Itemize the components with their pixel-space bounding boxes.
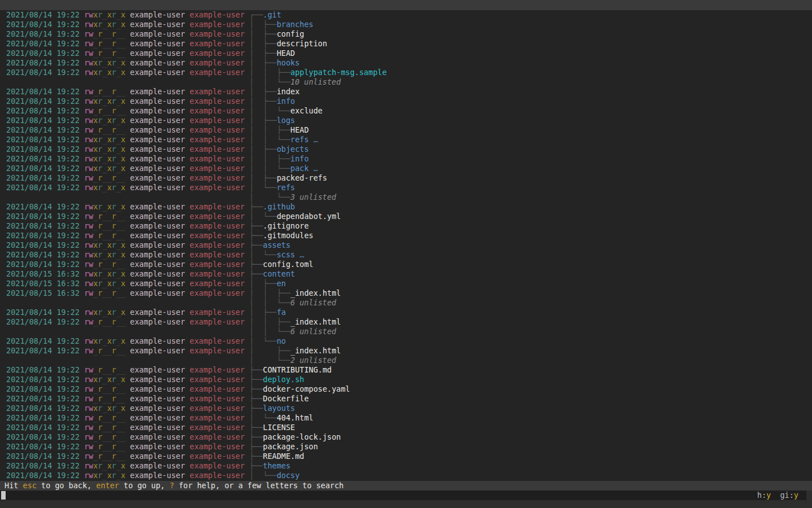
- tree-row[interactable]: 2021/08/14 19:22 rwxr_xr_x example-user …: [6, 10, 812, 20]
- file-name: _index.html: [290, 317, 341, 326]
- file-name: CONTRIBUTING.md: [263, 365, 332, 374]
- tree-row[interactable]: 2021/08/14 19:22 rw_r__r__ example-user …: [6, 221, 812, 231]
- permission-char: _: [103, 87, 107, 96]
- tree-branch-lines: ├──: [249, 442, 263, 451]
- tree-row[interactable]: 2021/08/14 19:22 rwxr_xr_x example-user …: [6, 404, 812, 413]
- tree-row[interactable]: 2021/08/14 19:22 rw_r__r__ example-user …: [6, 173, 812, 183]
- tree-row[interactable]: 2021/08/14 19:22 rwxr_xr_x example-user …: [6, 240, 812, 250]
- permission-char: r: [112, 173, 116, 182]
- permission-char: _: [103, 58, 107, 67]
- tree-row[interactable]: 2021/08/14 19:22 rwxr_xr_x example-user …: [6, 471, 812, 480]
- tree-row[interactable]: 2021/08/14 19:22 rwxr_xr_x example-user …: [6, 336, 812, 346]
- owner-name: example-user: [130, 97, 190, 106]
- owner-name: example-user: [130, 471, 190, 480]
- tree-row[interactable]: 2021/08/14 19:22 rw_r__r__ example-user …: [6, 394, 812, 404]
- tree-row[interactable]: 2021/08/14 19:22 rw_r__r__ example-user …: [6, 423, 812, 432]
- permission-char: x: [93, 68, 98, 77]
- tree-row[interactable]: 2021/08/14 19:22 rw_r__r__ example-user …: [6, 49, 812, 58]
- modified-timestamp: 2021/08/14 19:22: [6, 317, 84, 326]
- permission-char: _: [103, 452, 107, 461]
- permission-char: r: [112, 288, 116, 297]
- permission-char: r: [98, 212, 103, 221]
- tree-row[interactable]: 2021/08/14 19:22 rwxr_xr_x example-user …: [6, 116, 812, 125]
- permission-char: r: [98, 423, 103, 432]
- permission-char: _: [103, 375, 107, 384]
- tree-row[interactable]: 2021/08/15 16:32 rw_r__r__ example-user …: [6, 288, 812, 298]
- permission-char: x: [93, 164, 98, 173]
- permission-char: r: [98, 432, 103, 441]
- tree-row[interactable]: 2021/08/14 19:22 rwxr_xr_x example-user …: [6, 202, 812, 212]
- tree-row[interactable]: 2021/08/14 19:22 rw_r__r__ example-user …: [6, 106, 812, 116]
- tree-row[interactable]: 2021/08/14 19:22 rwxr_xr_x example-user …: [6, 154, 812, 164]
- directory-name: .git: [263, 10, 281, 19]
- permission-char: r: [98, 384, 103, 393]
- permission-char: _: [107, 288, 112, 297]
- permission-char: _: [93, 423, 98, 432]
- permission-char: x: [107, 183, 112, 192]
- owner-name: example-user: [130, 260, 190, 269]
- tree-row[interactable]: 2021/08/14 19:22 rwxr_xr_x example-user …: [6, 183, 812, 192]
- permission-char: r: [98, 250, 103, 259]
- tree-row[interactable]: 2021/08/14 19:22 rw_r__r__ example-user …: [6, 317, 812, 327]
- tree-row[interactable]: 2021/08/14 19:22 rwxr_xr_x example-user …: [6, 164, 812, 173]
- tree-row[interactable]: 2021/08/15 16:32 rwxr_xr_x example-user …: [6, 269, 812, 279]
- tree-row[interactable]: 2021/08/14 19:22 rw_r__r__ example-user …: [6, 384, 812, 394]
- tree-row[interactable]: 2021/08/14 19:22 rwxr_xr_x example-user …: [6, 68, 812, 77]
- permission-char: r: [112, 231, 116, 240]
- permission-char: _: [103, 116, 107, 125]
- hint-value: y: [794, 491, 798, 500]
- permission-char: _: [93, 125, 98, 134]
- tree-row[interactable]: 2021/08/14 19:22 rwxr_xr_x example-user …: [6, 144, 812, 154]
- group-name: example-user: [189, 365, 249, 374]
- tree-row[interactable]: 2021/08/15 16:32 rwxr_xr_x example-user …: [6, 279, 812, 288]
- permission-char: r: [98, 269, 103, 278]
- tree-row[interactable]: 2021/08/14 19:22 rw_r__r__ example-user …: [6, 87, 812, 97]
- owner-name: example-user: [130, 269, 190, 278]
- search-input-line[interactable]: h:y gi:y: [0, 491, 806, 500]
- tree-row[interactable]: 2021/08/14 19:22 rw_r__r__ example-user …: [6, 125, 812, 135]
- permission-char: r: [112, 413, 116, 422]
- permission-char: _: [107, 231, 112, 240]
- modified-timestamp: 2021/08/14 19:22: [6, 97, 84, 106]
- modified-timestamp: 2021/08/14 19:22: [6, 260, 84, 269]
- modified-timestamp: 2021/08/15 16:32: [6, 269, 84, 278]
- permission-char: r: [98, 394, 103, 403]
- tree-row[interactable]: 2021/08/14 19:22 rw_r__r__ example-user …: [6, 413, 812, 423]
- modified-timestamp: 2021/08/14 19:22: [6, 250, 84, 259]
- tree-row[interactable]: 2021/08/14 19:22 rw_r__r__ example-user …: [6, 29, 812, 39]
- permission-char: r: [112, 116, 116, 125]
- file-name: README.md: [263, 452, 304, 461]
- tree-row[interactable]: 2021/08/14 19:22 rw_r__r__ example-user …: [6, 452, 812, 461]
- tree-row[interactable]: 2021/08/14 19:22 rwxr_xr_x example-user …: [6, 375, 812, 384]
- owner-name: example-user: [130, 404, 190, 413]
- owner-name: example-user: [130, 212, 190, 221]
- tree-row[interactable]: 2021/08/14 19:22 rw_r__r__ example-user …: [6, 442, 812, 452]
- tree-row[interactable]: 2021/08/14 19:22 rwxr_xr_x example-user …: [6, 20, 812, 29]
- modified-timestamp: 2021/08/14 19:22: [6, 394, 84, 403]
- tree-row[interactable]: 2021/08/14 19:22 rw_r__r__ example-user …: [6, 231, 812, 240]
- tree-row[interactable]: 2021/08/14 19:22 rw_r__r__ example-user …: [6, 346, 812, 356]
- group-name: example-user: [189, 423, 249, 432]
- permission-char: r: [112, 442, 116, 451]
- tree-row[interactable]: 2021/08/14 19:22 rwxr_xr_x example-user …: [6, 97, 812, 106]
- permission-char: _: [107, 87, 112, 96]
- tree-row[interactable]: 2021/08/14 19:22 rw_r__r__ example-user …: [6, 260, 812, 269]
- permission-char: x: [93, 116, 98, 125]
- group-name: example-user: [189, 116, 249, 125]
- permission-char: x: [93, 471, 98, 480]
- meta-blank: [6, 298, 249, 307]
- tree-branch-lines: ├──: [249, 260, 263, 269]
- tree-row[interactable]: 2021/08/14 19:22 rwxr_xr_x example-user …: [6, 308, 812, 317]
- permission-char: _: [103, 269, 107, 278]
- modified-timestamp: 2021/08/14 19:22: [6, 442, 84, 451]
- tree-row[interactable]: 2021/08/14 19:22 rwxr_xr_x example-user …: [6, 461, 812, 471]
- tree-row[interactable]: 2021/08/14 19:22 rw_r__r__ example-user …: [6, 432, 812, 442]
- tree-row[interactable]: 2021/08/14 19:22 rwxr_xr_x example-user …: [6, 135, 812, 144]
- tree-row[interactable]: 2021/08/14 19:22 rwxr_xr_x example-user …: [6, 58, 812, 68]
- directory-name: objects: [277, 144, 309, 154]
- tree-row[interactable]: 2021/08/14 19:22 rw_r__r__ example-user …: [6, 212, 812, 221]
- permission-char: _: [93, 29, 98, 38]
- tree-row[interactable]: 2021/08/14 19:22 rwxr_xr_x example-user …: [6, 250, 812, 260]
- tree-row[interactable]: 2021/08/14 19:22 rw_r__r__ example-user …: [6, 365, 812, 375]
- tree-row[interactable]: 2021/08/14 19:22 rw_r__r__ example-user …: [6, 39, 812, 49]
